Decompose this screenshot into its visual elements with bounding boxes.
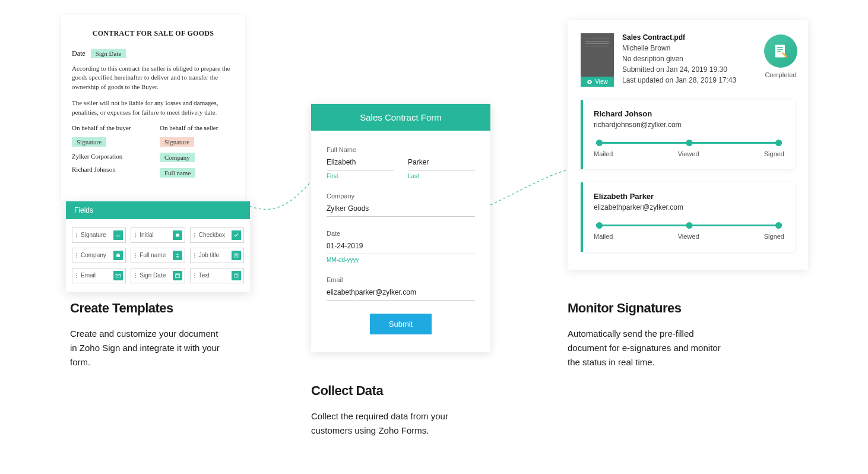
doc-description: No desription given bbox=[622, 55, 736, 63]
buyer-signature-tag: Signature bbox=[72, 137, 106, 147]
seller-company-tag: Company bbox=[160, 153, 195, 162]
field-chip-email[interactable]: Email bbox=[72, 268, 126, 283]
field-chip-icon bbox=[113, 271, 123, 280]
date-input[interactable] bbox=[327, 239, 475, 254]
last-hint: Last bbox=[408, 173, 475, 179]
step-viewed: Viewed bbox=[678, 233, 699, 240]
field-chip-job-title[interactable]: Job title bbox=[190, 248, 244, 263]
field-chip-icon bbox=[173, 271, 182, 280]
buyer-column: On behalf of the buyer Signature Zylker … bbox=[72, 124, 147, 184]
field-chip-text[interactable]: Text bbox=[190, 268, 244, 283]
field-chip-label: Full name bbox=[140, 252, 166, 258]
badge-label: Completed bbox=[764, 71, 797, 78]
date-group: Date MM-dd-yyyy bbox=[327, 230, 475, 263]
signer-email: richardjohnson@zylker.com bbox=[594, 121, 784, 129]
caption-3-text: Automatically send the pre-filled docume… bbox=[568, 327, 722, 369]
svg-rect-1 bbox=[116, 254, 120, 257]
doc-filename: Sales Contract.pdf bbox=[622, 33, 736, 42]
buyer-name: Richard Johnson bbox=[72, 166, 147, 173]
caption-monitor-signatures: Monitor Signatures Automatically send th… bbox=[568, 301, 722, 369]
buyer-company: Zylker Corporation bbox=[72, 153, 147, 160]
signer-name: Elizabeth Parker bbox=[594, 192, 784, 201]
step-viewed: Viewed bbox=[678, 150, 699, 157]
sign-date-tag: Sign Date bbox=[91, 49, 126, 58]
caption-2-text: Collect the required data from your cust… bbox=[311, 409, 465, 438]
fullname-group: Full Name First Last bbox=[327, 146, 475, 179]
completed-icon bbox=[764, 34, 797, 68]
doc-meta-list: Sales Contract.pdf Michelle Brown No des… bbox=[622, 33, 736, 87]
form-title: Sales Contract Form bbox=[311, 104, 490, 131]
field-chip-icon bbox=[173, 230, 182, 240]
templates-panel: CONTRACT FOR SALE OF GOODS Date Sign Dat… bbox=[61, 15, 245, 292]
date-label: Date bbox=[72, 49, 85, 58]
svg-rect-2 bbox=[118, 254, 119, 255]
company-label: Company bbox=[327, 192, 475, 200]
progress-track bbox=[596, 222, 782, 228]
email-group: Email bbox=[327, 276, 475, 301]
signer-card: Elizabeth Parkerelizabethparker@zylker.c… bbox=[581, 182, 795, 252]
seller-column: On behalf of the seller Signature Compan… bbox=[160, 124, 235, 184]
field-chip-company[interactable]: Company bbox=[72, 248, 126, 263]
svg-rect-7 bbox=[235, 274, 238, 277]
seller-fullname-tag: Full name bbox=[160, 168, 195, 178]
step-mailed: Mailed bbox=[594, 150, 613, 157]
doc-author: Michelle Brown bbox=[622, 44, 736, 52]
last-name-input[interactable] bbox=[408, 156, 475, 170]
svg-point-3 bbox=[176, 254, 178, 255]
fields-header: Fields bbox=[66, 201, 250, 219]
doc-updated: Last updated on Jan 28, 2019 17:43 bbox=[622, 76, 736, 84]
signer-email: elizabethparker@zylker.com bbox=[594, 203, 784, 211]
field-chip-label: Text bbox=[199, 272, 210, 279]
buyer-label: On behalf of the buyer bbox=[72, 124, 147, 131]
field-chip-label: Job title bbox=[199, 252, 219, 258]
doc-date-row: Date Sign Date bbox=[72, 49, 235, 58]
field-chip-checkbox[interactable]: Checkbox bbox=[190, 227, 244, 243]
date-hint: MM-dd-yyyy bbox=[327, 257, 475, 263]
seller-label: On behalf of the seller bbox=[160, 124, 235, 131]
field-chip-signature[interactable]: Signature bbox=[72, 227, 126, 243]
doc-meta-row: View Sales Contract.pdf Michelle Brown N… bbox=[581, 33, 795, 87]
field-chip-label: Company bbox=[81, 252, 106, 258]
field-chip-label: Signature bbox=[81, 232, 106, 238]
first-name-input[interactable] bbox=[327, 156, 394, 170]
doc-paragraph-2: The seller will not be liable for any lo… bbox=[72, 99, 235, 117]
svg-rect-0 bbox=[176, 233, 179, 236]
doc-submitted: Submitted on Jan 24, 2019 19:30 bbox=[622, 65, 736, 74]
field-chip-icon bbox=[232, 251, 241, 260]
doc-thumbnail: View bbox=[581, 33, 614, 87]
field-chip-icon bbox=[113, 251, 123, 260]
caption-create-templates: Create Templates Create and customize yo… bbox=[70, 301, 224, 369]
submit-button[interactable]: Submit bbox=[370, 314, 432, 334]
signer-card: Richard Johsonrichardjohnson@zylker.comM… bbox=[581, 100, 795, 169]
progress-labels: MailedViewedSigned bbox=[594, 233, 784, 240]
svg-rect-8 bbox=[775, 45, 785, 58]
field-chip-label: Email bbox=[81, 272, 96, 279]
signer-name: Richard Johson bbox=[594, 109, 784, 118]
fullname-label: Full Name bbox=[327, 146, 475, 153]
monitor-panel: View Sales Contract.pdf Michelle Brown N… bbox=[568, 20, 808, 270]
company-input[interactable] bbox=[327, 202, 475, 217]
view-label: View bbox=[595, 78, 608, 85]
field-chip-full-name[interactable]: Full name bbox=[131, 248, 185, 263]
email-input[interactable] bbox=[327, 286, 475, 301]
svg-rect-6 bbox=[175, 274, 179, 277]
field-chip-initial[interactable]: Initial bbox=[131, 227, 185, 243]
field-chip-icon bbox=[173, 251, 182, 260]
field-chip-label: Initial bbox=[140, 232, 153, 238]
field-chip-icon bbox=[232, 230, 241, 240]
view-button[interactable]: View bbox=[581, 77, 614, 87]
completed-badge: Completed bbox=[764, 34, 797, 78]
caption-1-text: Create and customize your document in Zo… bbox=[70, 327, 224, 369]
date-label: Date bbox=[327, 230, 475, 237]
step-signed: Signed bbox=[764, 150, 784, 157]
field-chip-icon bbox=[113, 230, 123, 240]
doc-paragraph-1: According to this contract the seller is… bbox=[72, 64, 235, 91]
collect-form-panel: Sales Contract Form Full Name First Last… bbox=[311, 104, 490, 352]
first-hint: First bbox=[327, 173, 394, 179]
caption-collect-data: Collect Data Collect the required data f… bbox=[311, 383, 465, 438]
step-mailed: Mailed bbox=[594, 233, 613, 240]
progress-labels: MailedViewedSigned bbox=[594, 150, 784, 157]
field-chip-label: Sign Date bbox=[140, 272, 166, 279]
field-chip-sign-date[interactable]: Sign Date bbox=[131, 268, 185, 283]
progress-track bbox=[596, 140, 782, 146]
